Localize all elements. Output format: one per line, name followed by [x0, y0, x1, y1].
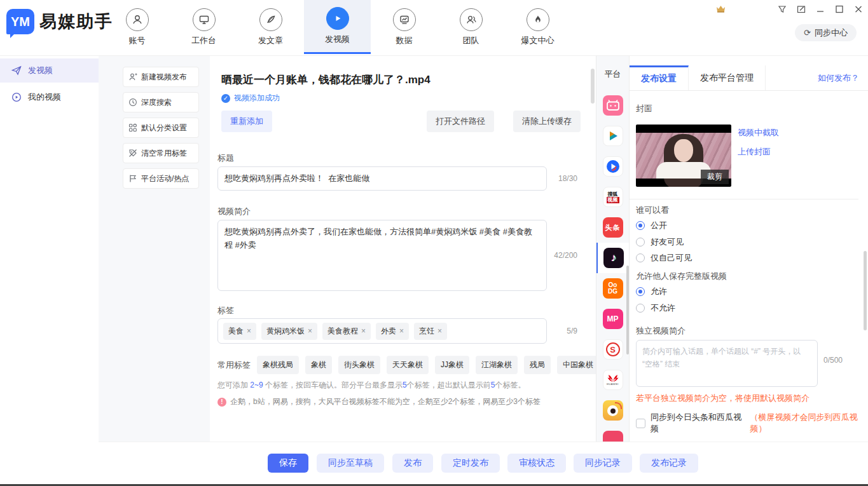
scheduled-publish-button[interactable]: 定时发布 [441, 454, 500, 473]
save-button[interactable]: 保存 [268, 454, 308, 473]
sync-center-button[interactable]: ⟳ 同步中心 [795, 24, 857, 41]
maximize-icon[interactable] [835, 5, 844, 13]
nav-item-data[interactable]: 数据 [371, 0, 437, 54]
nav-item-workbench[interactable]: 工作台 [170, 0, 237, 54]
clear-common-tags-button[interactable]: 清空常用标签 [123, 143, 199, 163]
platform-activity-button[interactable]: 平台活动/热点 [123, 168, 199, 189]
hint-number: 5 [403, 381, 407, 389]
visibility-option-friends[interactable]: 好友可见 [636, 236, 684, 248]
upload-cover-link[interactable]: 上传封面 [738, 146, 771, 158]
sidebar-item-label: 发视频 [28, 65, 53, 76]
how-to-publish-link[interactable]: 如何发布？ [818, 72, 859, 84]
paper-plane-icon [11, 65, 22, 76]
remove-tag-icon[interactable]: × [247, 327, 251, 335]
publish-records-button[interactable]: 发布记录 [640, 454, 698, 473]
review-status-button[interactable]: 审核状态 [507, 454, 566, 473]
common-tag[interactable]: 中国象棋 [557, 356, 599, 374]
cover-section-label: 封面 [636, 103, 652, 114]
common-tag[interactable]: 残局 [524, 356, 551, 374]
sync-toutiao-checkbox-row[interactable]: 同步到今日头条和西瓜视频 （横屏视频才会同步到西瓜视频） [636, 412, 868, 435]
tag-label: 烹饪 [419, 326, 434, 337]
allow-save-option-deny[interactable]: 不允许 [636, 302, 675, 314]
desc-textarea[interactable] [217, 220, 547, 291]
common-tag[interactable]: 江湖象棋 [476, 356, 518, 374]
nav-label: 工作台 [191, 35, 216, 46]
platform-sohu-video[interactable]: 搜狐 视频 [596, 182, 630, 212]
tab-publish-settings[interactable]: 发布设置 [630, 65, 689, 90]
main-scrollbar[interactable] [591, 69, 595, 104]
allow-save-option-allow[interactable]: 允许 [636, 286, 667, 297]
platform-bilibili[interactable] [596, 90, 630, 121]
rail-scrollbar[interactable] [626, 266, 629, 354]
crop-button[interactable]: 裁剪 [701, 170, 729, 184]
nav-item-account[interactable]: 账号 [104, 0, 170, 54]
remove-tag-icon[interactable]: × [399, 327, 404, 335]
radio-icon [636, 253, 645, 262]
desc-field-label: 视频简介 [217, 206, 251, 217]
remove-tag-icon[interactable]: × [437, 327, 442, 335]
platform-haokan-video[interactable] [596, 151, 630, 182]
deep-search-button[interactable]: 深度搜索 [123, 92, 199, 112]
cover-thumbnail[interactable]: 裁剪 [636, 125, 731, 187]
tags-counter: 5/9 [567, 327, 577, 335]
sidebar-item-my-videos[interactable]: 我的视频 [0, 85, 99, 109]
common-tag[interactable]: JJ象棋 [435, 356, 469, 374]
platform-mp[interactable]: MP [596, 304, 630, 334]
sidebar-item-publish-video[interactable]: 发视频 [0, 58, 99, 83]
tray-icon[interactable] [778, 5, 787, 13]
tags-field-label: 标签 [217, 305, 234, 316]
platform-sina[interactable]: S [596, 334, 630, 365]
checkbox-icon [636, 419, 645, 428]
feedback-icon[interactable] [797, 5, 806, 13]
remove-tag-icon[interactable]: × [308, 327, 312, 335]
radio-checked-icon [636, 287, 645, 296]
nav-item-publish-video[interactable]: 发视频 [304, 0, 371, 54]
independent-desc-label: 独立视频简介 [636, 325, 685, 337]
sina-icon: S [603, 339, 623, 360]
common-tag[interactable]: 象棋 [305, 356, 332, 374]
minimize-icon[interactable] [816, 5, 825, 13]
nav-item-publish-article[interactable]: 发文章 [237, 0, 304, 54]
visibility-option-private[interactable]: 仅自己可见 [636, 252, 692, 264]
new-video-publish-button[interactable]: 新建视频发布 [123, 67, 199, 87]
title-field-row: 18/30 [217, 166, 577, 191]
publish-button[interactable]: 发布 [392, 454, 433, 473]
default-category-settings-button[interactable]: 默认分类设置 [123, 118, 199, 138]
nav-item-hot-center[interactable]: 爆文中心 [504, 0, 571, 54]
warning-text: 企鹅，b站，网易，搜狗，大风平台视频标签不能为空，企鹅至少2个标签，网易至少3个… [230, 396, 541, 407]
radio-label: 不允许 [651, 302, 675, 314]
close-icon[interactable] [854, 5, 863, 13]
remove-tag-icon[interactable]: × [361, 327, 366, 335]
common-tag[interactable]: 天天象棋 [387, 356, 429, 374]
topbar: YM 易媒助手 账号 工作台 发文章 [0, 0, 868, 56]
independent-desc-textarea[interactable] [636, 340, 818, 387]
platform-huawei[interactable]: HUAWEI [596, 365, 630, 395]
tags-input[interactable]: 美食× 黄焖鸡米饭× 美食教程× 外卖× 烹饪× [217, 318, 547, 344]
platform-kuaishou[interactable]: OoDG [596, 273, 630, 304]
panel-scrollbar[interactable] [864, 251, 867, 330]
nav-item-team[interactable]: 团队 [437, 0, 504, 54]
sync-to-draft-button[interactable]: 同步至草稿 [317, 454, 384, 473]
clear-upload-cache-button[interactable]: 清除上传缓存 [513, 111, 581, 132]
platform-douyin[interactable]: ♪ [596, 243, 630, 273]
platform-toutiao[interactable]: 头条 [596, 212, 630, 243]
platform-weibo[interactable] [596, 395, 630, 426]
common-tag[interactable]: 街头象棋 [338, 356, 380, 374]
nav-label: 发视频 [325, 34, 350, 45]
hint-number: 2~9 [250, 381, 263, 389]
visibility-option-public[interactable]: 公开 [636, 220, 667, 231]
sohu-video-icon: 搜狐 视频 [603, 187, 623, 207]
sync-records-button[interactable]: 同步记录 [574, 454, 632, 473]
platform-partial[interactable] [596, 426, 630, 442]
common-tag[interactable]: 象棋残局 [257, 356, 299, 374]
sina-s-glyph: S [606, 342, 620, 356]
sync-center-label: 同步中心 [815, 27, 848, 39]
tags-hint-text: 您可添加 2~9 个标签，按回车确认。部分平台最多显示5个标签，超出默认显示前5… [217, 380, 525, 391]
readd-video-button[interactable]: 重新添加 [221, 111, 272, 132]
open-file-path-button[interactable]: 打开文件路径 [427, 111, 494, 132]
platform-tencent-video[interactable] [596, 121, 630, 151]
tab-platform-management[interactable]: 发布平台管理 [689, 65, 766, 90]
video-filename: 晒最近一个月账单，钱都花在哪儿了？.mp4 [221, 72, 431, 87]
capture-from-video-link[interactable]: 视频中截取 [738, 127, 779, 138]
title-input[interactable] [217, 166, 547, 191]
